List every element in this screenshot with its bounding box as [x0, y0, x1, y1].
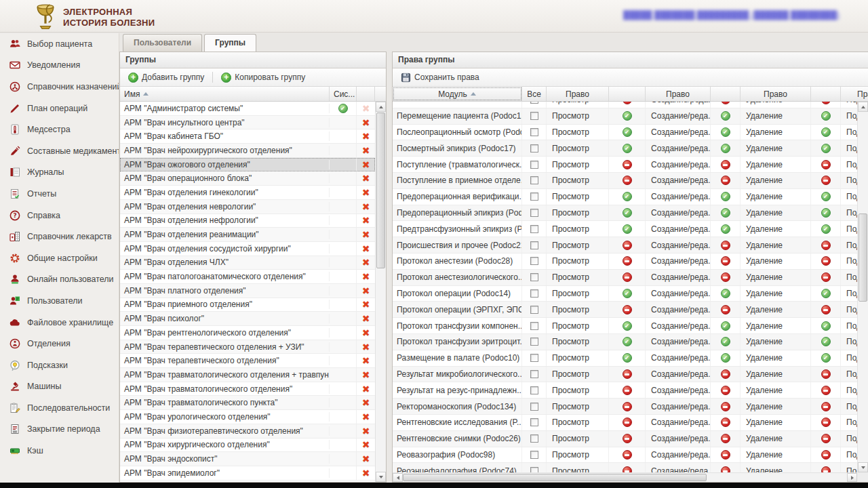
column-header-right-3[interactable]: Право: [741, 87, 811, 101]
column-header-module[interactable]: Модуль: [393, 87, 522, 101]
select-all-checkbox[interactable]: [530, 102, 538, 104]
select-all-checkbox[interactable]: [530, 225, 538, 233]
right-delete-status-icon[interactable]: ✔: [821, 224, 831, 234]
group-row[interactable]: АРМ "Врач эндоскопист" ✖: [120, 452, 375, 466]
group-row[interactable]: АРМ "Врач травматологического отделения"…: [120, 382, 375, 396]
delete-group-button[interactable]: ✖: [357, 118, 375, 127]
right-create-edit-status-icon[interactable]: [721, 402, 730, 411]
module-rights-row[interactable]: Рентгеновские снимки (Podoc26) Просмотр …: [393, 431, 857, 447]
select-all-checkbox[interactable]: [530, 128, 538, 136]
right-create-edit-status-icon[interactable]: ✔: [721, 111, 730, 121]
sidebar-item-1[interactable]: Выбор пациента: [0, 33, 119, 55]
group-row[interactable]: АРМ "Врач платного отделения" ✖: [120, 284, 375, 298]
right-delete-status-icon[interactable]: [821, 176, 831, 185]
group-row[interactable]: АРМ "Врач урологического отделения" ✖: [120, 410, 375, 424]
delete-group-button[interactable]: ✖: [357, 174, 375, 183]
right-create-edit-status-icon[interactable]: ✔: [721, 353, 730, 363]
sidebar-item-16[interactable]: Подсказки: [0, 354, 119, 376]
right-view-status-icon[interactable]: ✔: [623, 337, 632, 346]
save-rights-button[interactable]: Сохранить права: [397, 71, 483, 84]
right-create-edit-status-icon[interactable]: [721, 418, 730, 427]
rights-horizontal-scrollbar[interactable]: [393, 472, 857, 482]
right-create-edit-status-icon[interactable]: [721, 256, 730, 266]
delete-group-button[interactable]: ✖: [357, 328, 375, 338]
module-rights-row[interactable]: Предоперационный эпикриз (Pod... Просмот…: [393, 205, 857, 222]
right-view-status-icon[interactable]: ✔: [623, 111, 632, 121]
sidebar-item-7[interactable]: Журналы: [0, 162, 119, 184]
right-delete-status-icon[interactable]: [821, 272, 831, 282]
right-create-edit-status-icon[interactable]: ✔: [721, 144, 730, 153]
delete-group-button[interactable]: ✖: [357, 454, 375, 464]
right-create-edit-status-icon[interactable]: ✔: [721, 289, 730, 298]
sidebar-item-4[interactable]: План операций: [0, 98, 119, 119]
module-rights-row[interactable]: Реовазография (Podoc98) Просмотр Создани…: [393, 447, 857, 464]
sidebar-item-5[interactable]: Медсестра: [0, 119, 119, 140]
scroll-track[interactable]: [403, 473, 847, 482]
right-delete-status-icon[interactable]: ✔: [821, 192, 831, 201]
sidebar-item-15[interactable]: Отделения: [0, 333, 119, 354]
module-rights-row[interactable]: Протокол анестезии (Podoc28) Просмотр Со…: [393, 253, 857, 270]
scroll-right-button[interactable]: [847, 473, 857, 482]
right-delete-status-icon[interactable]: [821, 102, 831, 104]
right-view-status-icon[interactable]: ✔: [623, 321, 632, 331]
scroll-left-button[interactable]: [393, 473, 403, 482]
group-row[interactable]: АРМ "Врач отделения реанимации" ✖: [120, 228, 375, 242]
delete-group-button[interactable]: ✖: [357, 370, 375, 380]
right-create-edit-status-icon[interactable]: [721, 176, 730, 185]
right-view-status-icon[interactable]: ✔: [623, 127, 632, 137]
right-view-status-icon[interactable]: [623, 160, 632, 169]
module-rights-row[interactable]: Посмертный эпикриз (Podoc17) Просмотр ✔ …: [393, 140, 857, 157]
module-rights-row[interactable]: Поступление (травматологическ... Просмот…: [393, 157, 857, 173]
delete-group-button[interactable]: ✖: [357, 258, 375, 267]
delete-group-button[interactable]: ✖: [357, 160, 375, 169]
delete-group-button[interactable]: ✖: [357, 384, 375, 394]
select-all-checkbox[interactable]: [530, 322, 538, 330]
right-view-status-icon[interactable]: [623, 386, 632, 395]
select-all-checkbox[interactable]: [530, 112, 538, 120]
copy-group-button[interactable]: + Копировать группу: [218, 71, 309, 84]
right-create-edit-status-icon[interactable]: [721, 102, 730, 104]
right-create-edit-status-icon[interactable]: ✔: [721, 127, 730, 137]
scroll-thumb[interactable]: [376, 113, 385, 268]
right-delete-status-icon[interactable]: [821, 256, 831, 266]
select-all-checkbox[interactable]: [530, 403, 538, 411]
right-view-status-icon[interactable]: [623, 176, 632, 185]
module-rights-row[interactable]: Происшествия и прочее (Podoc21) Просмотр…: [393, 237, 857, 253]
right-delete-status-icon[interactable]: [821, 434, 831, 443]
delete-group-button[interactable]: ✖: [357, 272, 375, 281]
module-rights-row[interactable]: Предтрансфузионный эпикриз (P... Просмот…: [393, 221, 857, 237]
sidebar-item-6[interactable]: Составные медикаменты: [0, 140, 119, 162]
group-row[interactable]: АРМ "Врач травматологического пункта" ✖: [120, 396, 375, 410]
sidebar-item-19[interactable]: Закрытие периода: [0, 419, 119, 441]
delete-group-button[interactable]: ✖: [357, 286, 375, 296]
module-rights-row[interactable]: Предоперационная верификаци... Просмотр …: [393, 189, 857, 205]
delete-group-button[interactable]: ✖: [357, 216, 375, 225]
right-delete-status-icon[interactable]: ✔: [821, 127, 831, 137]
group-row[interactable]: АРМ "Врач отделения гинекологии" ✖: [120, 186, 375, 200]
right-create-edit-status-icon[interactable]: ✔: [721, 208, 730, 218]
right-delete-status-icon[interactable]: [821, 305, 831, 314]
right-create-edit-status-icon[interactable]: [721, 466, 730, 472]
module-rights-row[interactable]: Размещение в палате (Podoc10) Просмотр ✔…: [393, 350, 857, 367]
select-all-checkbox[interactable]: [530, 434, 538, 443]
delete-group-button[interactable]: ✖: [357, 104, 375, 113]
group-row[interactable]: АРМ "Врач приемного отделения" ✖: [120, 298, 375, 312]
group-row[interactable]: АРМ "Администратор системы" ✔ ✖: [120, 102, 375, 116]
right-view-status-icon[interactable]: [623, 450, 632, 460]
right-delete-status-icon[interactable]: [821, 466, 831, 472]
sidebar-item-8[interactable]: Отчеты: [0, 183, 119, 205]
module-rights-row[interactable]: Результат микробиологического... Просмот…: [393, 367, 857, 383]
select-all-checkbox[interactable]: [530, 386, 538, 394]
select-all-checkbox[interactable]: [530, 467, 538, 472]
rights-vertical-scrollbar[interactable]: [857, 102, 868, 472]
right-view-status-icon[interactable]: ✔: [623, 224, 632, 234]
group-row[interactable]: АРМ "Врач нейрохирургического отделения"…: [120, 144, 375, 158]
column-header-system[interactable]: Сис...: [330, 87, 357, 101]
right-create-edit-status-icon[interactable]: ✔: [721, 337, 730, 346]
scroll-down-button[interactable]: [858, 462, 868, 472]
sidebar-item-13[interactable]: Пользователи: [0, 290, 119, 312]
sidebar-item-10[interactable]: Справочник лекарств: [0, 226, 119, 247]
column-header-right-2[interactable]: Право: [646, 87, 711, 101]
group-row[interactable]: АРМ "Врач инсультного центра" ✖: [120, 116, 375, 130]
scroll-up-button[interactable]: [376, 102, 386, 112]
